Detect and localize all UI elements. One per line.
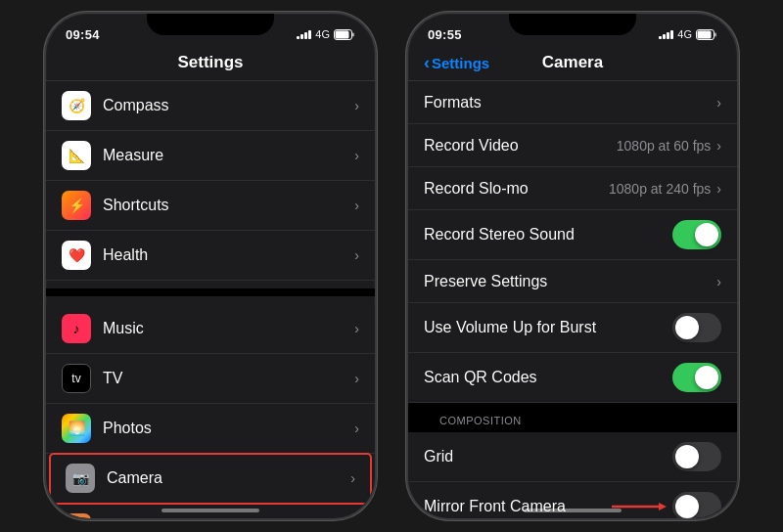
record-slomo-label: Record Slo-mo <box>424 180 609 198</box>
photos-icon: 🌅 <box>62 414 91 443</box>
svg-rect-1 <box>336 30 349 38</box>
grid-toggle[interactable] <box>672 442 721 471</box>
compass-label: Compass <box>103 97 354 114</box>
record-video-label: Record Video <box>424 137 617 155</box>
record-slomo-value: 1080p at 240 fps <box>609 181 711 197</box>
settings-item-scan-qr[interactable]: Scan QR Codes <box>408 353 737 403</box>
shortcuts-label: Shortcuts <box>103 197 354 214</box>
home-indicator-2 <box>524 509 622 512</box>
books-icon: 📚 <box>62 513 91 518</box>
svg-marker-7 <box>659 503 667 510</box>
phone-2: 09:55 4G <box>406 12 739 520</box>
camera-label: Camera <box>107 469 350 487</box>
settings-list-bottom: ♪ Music › tv TV › 🌅 <box>46 304 375 518</box>
tv-label: TV <box>103 370 354 387</box>
camera-chevron: › <box>350 470 355 486</box>
back-chevron-icon: ‹ <box>424 54 430 71</box>
settings-title: Settings <box>46 49 375 81</box>
health-label: Health <box>103 246 354 264</box>
health-chevron: › <box>354 247 359 263</box>
signal-icon-1 <box>297 29 311 39</box>
grid-label: Grid <box>424 448 672 466</box>
settings-item-record-stereo[interactable]: Record Stereo Sound <box>408 210 737 260</box>
settings-item-record-slomo[interactable]: Record Slo-mo 1080p at 240 fps › <box>408 167 737 210</box>
composition-section: COMPOSITION <box>408 403 737 432</box>
shortcuts-chevron: › <box>354 198 359 213</box>
settings-item-photos[interactable]: 🌅 Photos › <box>46 404 375 454</box>
notch-2 <box>509 14 636 35</box>
settings-item-preserve[interactable]: Preserve Settings › <box>408 260 737 303</box>
time-1: 09:54 <box>66 27 100 42</box>
volume-burst-toggle[interactable] <box>672 313 721 342</box>
settings-item-health[interactable]: ❤️ Health › <box>46 231 375 281</box>
formats-label: Formats <box>424 94 716 111</box>
settings-item-mirror-front[interactable]: Mirror Front Camera <box>408 482 737 518</box>
phone-1: 09:54 4G Setting <box>44 12 377 520</box>
notch-1 <box>147 14 274 35</box>
record-stereo-label: Record Stereo Sound <box>424 226 672 244</box>
record-stereo-toggle[interactable] <box>672 220 721 249</box>
network-label-2: 4G <box>677 28 692 40</box>
photos-chevron: › <box>354 421 359 436</box>
network-label-1: 4G <box>315 28 330 40</box>
time-2: 09:55 <box>428 27 462 42</box>
back-button[interactable]: ‹ Settings <box>424 54 489 71</box>
scan-qr-toggle[interactable] <box>672 363 721 392</box>
camera-nav-header: ‹ Settings Camera <box>408 49 737 81</box>
svg-rect-2 <box>352 32 354 36</box>
tv-icon: tv <box>62 364 91 393</box>
settings-item-tv[interactable]: tv TV › <box>46 354 375 404</box>
settings-item-record-video[interactable]: Record Video 1080p at 60 fps › <box>408 124 737 167</box>
status-icons-1: 4G <box>297 28 355 40</box>
tv-chevron: › <box>354 371 359 386</box>
back-label: Settings <box>432 55 489 71</box>
compass-icon: 🧭 <box>62 91 91 120</box>
mirror-front-label: Mirror Front Camera <box>424 498 610 515</box>
composition-label: COMPOSITION <box>424 407 537 430</box>
record-video-value: 1080p at 60 fps <box>617 138 712 154</box>
settings-item-formats[interactable]: Formats › <box>408 81 737 124</box>
formats-chevron: › <box>716 95 721 111</box>
preserve-chevron: › <box>716 274 721 289</box>
settings-item-music[interactable]: ♪ Music › <box>46 304 375 354</box>
settings-item-grid[interactable]: Grid <box>408 432 737 482</box>
settings-item-volume-burst[interactable]: Use Volume Up for Burst <box>408 303 737 353</box>
battery-icon-1 <box>334 29 355 40</box>
volume-burst-label: Use Volume Up for Burst <box>424 319 672 336</box>
scan-qr-label: Scan QR Codes <box>424 369 672 386</box>
record-video-chevron: › <box>716 138 721 154</box>
signal-icon-2 <box>659 29 673 39</box>
compass-chevron: › <box>354 98 359 113</box>
svg-rect-4 <box>698 30 712 38</box>
camera-page-title: Camera <box>542 53 603 72</box>
health-icon: ❤️ <box>62 241 91 270</box>
settings-item-shortcuts[interactable]: ⚡ Shortcuts › <box>46 181 375 231</box>
settings-item-compass[interactable]: 🧭 Compass › <box>46 81 375 131</box>
mirror-front-toggle[interactable] <box>672 492 721 518</box>
home-indicator-1 <box>161 509 259 512</box>
settings-item-measure[interactable]: 📐 Measure › <box>46 131 375 181</box>
photos-label: Photos <box>103 420 354 437</box>
measure-icon: 📐 <box>62 141 91 170</box>
settings-list-top: 🧭 Compass › 📐 Measure › ⚡ <box>46 81 375 281</box>
status-icons-2: 4G <box>659 28 717 40</box>
measure-label: Measure <box>103 147 354 164</box>
camera-app-icon: 📷 <box>66 464 95 493</box>
battery-icon-2 <box>696 29 717 40</box>
svg-rect-5 <box>714 32 716 36</box>
separator-1 <box>46 288 375 296</box>
music-icon: ♪ <box>62 314 91 343</box>
music-label: Music <box>103 320 354 337</box>
record-slomo-chevron: › <box>716 181 721 197</box>
camera-settings-list: Formats › Record Video 1080p at 60 fps ›… <box>408 81 737 518</box>
settings-item-camera[interactable]: 📷 Camera › <box>50 454 371 504</box>
shortcuts-icon: ⚡ <box>62 191 91 220</box>
measure-chevron: › <box>354 148 359 163</box>
preserve-label: Preserve Settings <box>424 273 716 290</box>
music-chevron: › <box>354 321 359 336</box>
